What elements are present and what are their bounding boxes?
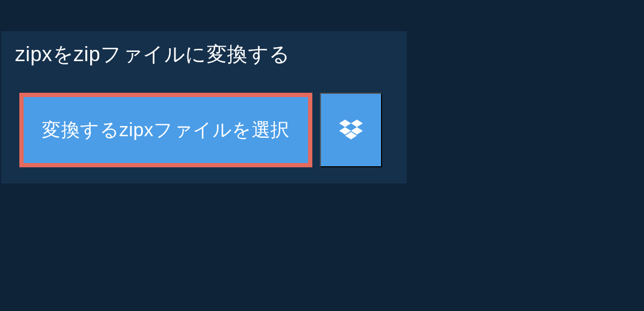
page-title: zipxをzipファイルに変換する [15,41,325,68]
select-file-button[interactable]: 変換するzipxファイルを選択 [19,93,312,167]
dropbox-icon [339,120,363,141]
conversion-panel: zipxをzipファイルに変換する 変換するzipxファイルを選択 [1,31,407,183]
dropbox-button[interactable] [320,93,382,167]
select-file-button-label: 変換するzipxファイルを選択 [42,117,290,143]
title-bar: zipxをzipファイルに変換する [1,31,339,83]
button-row: 変換するzipxファイルを選択 [19,93,407,167]
